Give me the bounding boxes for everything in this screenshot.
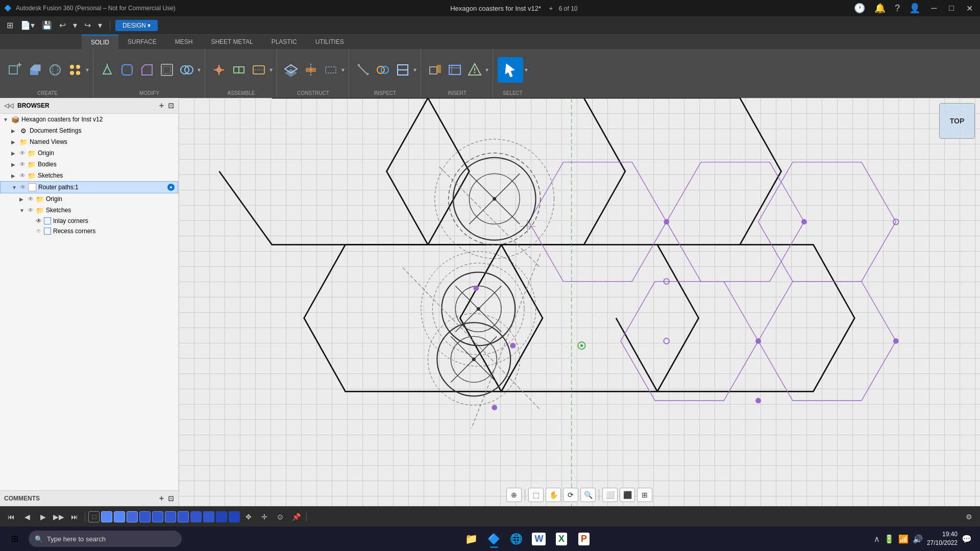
- close-button[interactable]: ✕: [963, 4, 976, 13]
- design-dropdown[interactable]: DESIGN ▾: [115, 20, 158, 31]
- measure-button[interactable]: [354, 61, 372, 79]
- undo-button[interactable]: ↩: [57, 19, 68, 31]
- tree-item-inlay-corners[interactable]: 👁 Inlay corners: [0, 216, 178, 226]
- tree-eye-inlay[interactable]: 👁: [36, 217, 42, 224]
- tree-item-sketches[interactable]: ▶ 👁 📁 Sketches: [0, 170, 178, 181]
- chamfer-button[interactable]: [138, 61, 156, 79]
- tab-plastic[interactable]: PLASTIC: [262, 35, 306, 49]
- section-analysis-button[interactable]: [394, 61, 412, 79]
- transform-move[interactable]: ✥: [241, 510, 256, 523]
- redo-dropdown[interactable]: ▾: [95, 19, 105, 31]
- pattern-button[interactable]: [66, 61, 84, 79]
- timeline-next-button[interactable]: ▶▶: [52, 510, 66, 523]
- joint-button[interactable]: [210, 61, 228, 79]
- new-file-button[interactable]: 📄▾: [18, 19, 37, 31]
- combine-button[interactable]: [178, 61, 196, 79]
- timeline-item-11[interactable]: [216, 511, 227, 522]
- visual-style-button[interactable]: ⬛: [620, 488, 635, 502]
- tab-surface[interactable]: SURFACE: [118, 35, 166, 49]
- assemble-dropdown[interactable]: ▾: [270, 66, 273, 73]
- extrude-button[interactable]: [26, 61, 44, 79]
- tree-item-doc-settings[interactable]: ▶ ⚙ Document Settings: [0, 125, 178, 136]
- view-cube[interactable]: TOP: [939, 103, 975, 139]
- snap-button[interactable]: ⊕: [506, 488, 522, 502]
- canvas-area[interactable]: TOP ⊕ ⬚ ✋ ⟳ 🔍 ⬜ ⬛ ⊞: [179, 98, 980, 506]
- search-bar[interactable]: 🔍 Type here to search: [29, 531, 182, 547]
- taskbar-app-powerpoint[interactable]: P: [574, 529, 594, 549]
- tree-item-router-paths[interactable]: ▼ 👁 Router paths:1 ●: [0, 181, 178, 193]
- undo-dropdown[interactable]: ▾: [70, 19, 80, 31]
- rigid-group-button[interactable]: [230, 61, 248, 79]
- tree-eye-router[interactable]: 👁: [20, 184, 26, 191]
- timeline-start-button[interactable]: ⏮: [4, 510, 18, 523]
- fillet-button[interactable]: [118, 61, 136, 79]
- select-dropdown[interactable]: ▾: [525, 66, 528, 73]
- redo-button[interactable]: ↪: [82, 19, 93, 31]
- clock-icon[interactable]: 🕐: [852, 1, 867, 15]
- timeline-item-6[interactable]: [152, 511, 163, 522]
- tree-eye-origin[interactable]: 👁: [19, 149, 26, 157]
- help-icon[interactable]: ?: [893, 2, 901, 15]
- midplane-button[interactable]: [302, 61, 320, 79]
- browser-collapse-icon[interactable]: ◁◁: [4, 102, 13, 109]
- orbit-button[interactable]: ⟳: [563, 488, 578, 502]
- comments-add-button[interactable]: +: [159, 494, 164, 503]
- tab-utilities[interactable]: UTILITIES: [306, 35, 353, 49]
- tree-eye-sketches[interactable]: 👁: [19, 172, 26, 179]
- avatar-icon[interactable]: 👤: [908, 1, 922, 15]
- comments-panel-button[interactable]: ⊡: [168, 494, 174, 503]
- modify-dropdown[interactable]: ▾: [198, 66, 201, 73]
- bell-icon[interactable]: 🔔: [873, 1, 887, 15]
- construct-dropdown[interactable]: ▾: [341, 66, 345, 73]
- transform-free[interactable]: ✛: [257, 510, 272, 523]
- canvas-button[interactable]: [446, 61, 464, 79]
- timeline-item-7[interactable]: [165, 511, 176, 522]
- timeline-item-2[interactable]: [101, 511, 112, 522]
- tab-sheet-metal[interactable]: SHEET METAL: [202, 35, 262, 49]
- taskbar-app-word[interactable]: W: [529, 529, 549, 549]
- browser-panel-button[interactable]: ⊡: [168, 102, 174, 110]
- tree-eye-recess[interactable]: 👁: [36, 228, 42, 235]
- select-button[interactable]: [498, 57, 523, 83]
- tree-eye-rp-origin[interactable]: 👁: [28, 195, 34, 203]
- grid-layout-button[interactable]: ⊞: [637, 488, 652, 502]
- display-mode-button[interactable]: ⬜: [602, 488, 618, 502]
- tree-item-bodies[interactable]: ▶ 👁 📁 Bodies: [0, 159, 178, 170]
- tree-item-root[interactable]: ▼ 📦 Hexagon coasters for Inst v12: [0, 114, 178, 125]
- tree-item-recess-corners[interactable]: 👁 Recess corners: [0, 226, 178, 236]
- app-menu-button[interactable]: ⊞: [4, 19, 16, 31]
- timeline-item-9[interactable]: [190, 511, 202, 522]
- taskbar-clock[interactable]: 19:40 27/10/2022: [927, 530, 958, 547]
- taskbar-system-tray-icon[interactable]: ∧: [874, 534, 880, 544]
- taskbar-app-firefox[interactable]: 🌐: [506, 529, 527, 549]
- timeline-item-8[interactable]: [178, 511, 189, 522]
- shell-button[interactable]: [158, 61, 176, 79]
- drive-button[interactable]: [250, 61, 268, 79]
- grid-button[interactable]: ⬚: [528, 488, 544, 502]
- timeline-item-10[interactable]: [203, 511, 214, 522]
- tree-eye-rp-sketches[interactable]: 👁: [28, 207, 34, 214]
- insert-derive-button[interactable]: [426, 61, 444, 79]
- tree-item-rp-origin[interactable]: ▶ 👁 📁 Origin: [0, 193, 178, 205]
- timeline-play-button[interactable]: ▶: [36, 510, 50, 523]
- start-button[interactable]: ⊞: [4, 529, 24, 549]
- offset-plane-button[interactable]: [282, 61, 300, 79]
- taskbar-app-explorer[interactable]: 📁: [461, 529, 482, 549]
- transform-pin[interactable]: 📌: [289, 510, 303, 523]
- new-component-button[interactable]: [6, 61, 24, 79]
- tab-solid[interactable]: SOLID: [82, 35, 118, 49]
- timeline-prev-button[interactable]: ◀: [20, 510, 34, 523]
- timeline-item-12[interactable]: [229, 511, 240, 522]
- interference-button[interactable]: [374, 61, 392, 79]
- inspect-dropdown[interactable]: ▾: [413, 66, 416, 73]
- cad-viewport[interactable]: [179, 98, 980, 506]
- timeline-item-4[interactable]: [127, 511, 138, 522]
- tree-item-origin[interactable]: ▶ 👁 📁 Origin: [0, 147, 178, 159]
- minimize-button[interactable]: ─: [928, 4, 940, 13]
- settings-button[interactable]: ⚙: [962, 510, 976, 523]
- timeline-item-1[interactable]: ⬚: [88, 511, 100, 522]
- add-tab-button[interactable]: +: [549, 5, 553, 12]
- decal-button[interactable]: [465, 61, 484, 79]
- tab-mesh[interactable]: MESH: [166, 35, 202, 49]
- timeline-item-5[interactable]: [139, 511, 151, 522]
